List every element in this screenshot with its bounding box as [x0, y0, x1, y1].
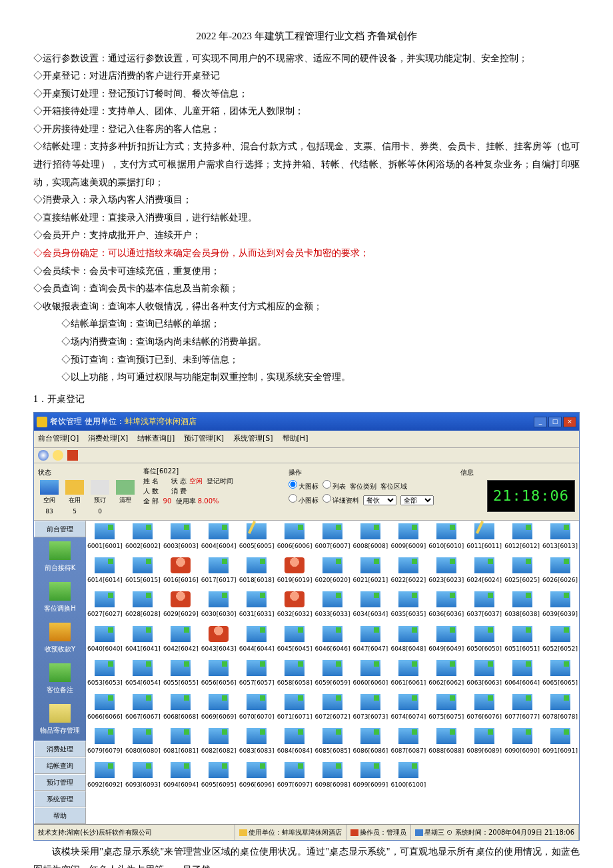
- seat-6078[interactable]: 6078[6078]: [541, 691, 579, 725]
- seat-6060[interactable]: 6060[6060]: [351, 657, 389, 691]
- sidebar-cat-system[interactable]: 系统管理: [34, 791, 86, 807]
- seat-6003[interactable]: 6003[6003]: [162, 521, 200, 555]
- seat-6094[interactable]: 6094[6094]: [162, 759, 200, 793]
- seat-6020[interactable]: 6020[6020]: [314, 555, 352, 589]
- seat-6080[interactable]: 6080[6080]: [124, 725, 162, 759]
- seat-6096[interactable]: 6096[6096]: [238, 759, 276, 793]
- seat-6012[interactable]: 6012[6012]: [503, 521, 541, 555]
- seat-6097[interactable]: 6097[6097]: [276, 759, 314, 793]
- seat-6061[interactable]: 6061[6061]: [389, 657, 427, 691]
- seat-6088[interactable]: 6088[6088]: [427, 725, 465, 759]
- seat-6084[interactable]: 6084[6084]: [276, 725, 314, 759]
- seat-6073[interactable]: 6073[6073]: [351, 691, 389, 725]
- seat-6056[interactable]: 6056[6056]: [200, 657, 238, 691]
- status-clean[interactable]: 清理: [114, 480, 137, 517]
- seat-6041[interactable]: 6041[6041]: [124, 623, 162, 657]
- seat-6083[interactable]: 6083[6083]: [238, 725, 276, 759]
- seat-6099[interactable]: 6099[6099]: [351, 759, 389, 793]
- seat-6077[interactable]: 6077[6077]: [503, 691, 541, 725]
- seat-6071[interactable]: 6071[6071]: [276, 691, 314, 725]
- menu-help[interactable]: 帮助[H]: [283, 432, 308, 446]
- status-book[interactable]: 预订0: [89, 480, 111, 517]
- seat-6092[interactable]: 6092[6092]: [86, 759, 124, 793]
- select-area[interactable]: 全部: [400, 495, 434, 505]
- seat-6100[interactable]: 6100[6100]: [389, 759, 427, 793]
- seat-6087[interactable]: 6087[6087]: [389, 725, 427, 759]
- seat-6037[interactable]: 6037[6037]: [465, 589, 503, 623]
- seat-6034[interactable]: 6034[6034]: [351, 589, 389, 623]
- seat-6059[interactable]: 6059[6059]: [314, 657, 352, 691]
- seat-6065[interactable]: 6065[6065]: [541, 657, 579, 691]
- radio-detail[interactable]: 详细资料: [322, 494, 359, 507]
- seat-6044[interactable]: 6044[6044]: [238, 623, 276, 657]
- seat-6038[interactable]: 6038[6038]: [503, 589, 541, 623]
- seat-6091[interactable]: 6091[6091]: [541, 725, 579, 759]
- seat-6049[interactable]: 6049[6049]: [427, 623, 465, 657]
- seat-6090[interactable]: 6090[6090]: [503, 725, 541, 759]
- seat-6052[interactable]: 6052[6052]: [541, 623, 579, 657]
- seat-6079[interactable]: 6079[6079]: [86, 725, 124, 759]
- seat-6032[interactable]: 6032[6032]: [276, 589, 314, 623]
- seat-6095[interactable]: 6095[6095]: [200, 759, 238, 793]
- maximize-button[interactable]: □: [548, 417, 562, 427]
- seat-6002[interactable]: 6002[6002]: [124, 521, 162, 555]
- seat-6062[interactable]: 6062[6062]: [427, 657, 465, 691]
- sidebar-item-deposit[interactable]: 收预收款Y: [34, 619, 86, 659]
- seat-6070[interactable]: 6070[6070]: [238, 691, 276, 725]
- menu-consume[interactable]: 消费处理[X]: [88, 432, 128, 446]
- seat-6011[interactable]: 6011[6011]: [465, 521, 503, 555]
- seat-6021[interactable]: 6021[6021]: [351, 555, 389, 589]
- seat-6017[interactable]: 6017[6017]: [200, 555, 238, 589]
- sidebar-item-swap[interactable]: 客位调换H: [34, 578, 86, 619]
- close-button[interactable]: ×: [563, 417, 576, 427]
- seat-6089[interactable]: 6089[6089]: [465, 725, 503, 759]
- menu-bill[interactable]: 结帐查询[J]: [137, 432, 175, 446]
- seat-6042[interactable]: 6042[6042]: [162, 623, 200, 657]
- status-free[interactable]: 空闲83: [38, 480, 61, 517]
- seat-6085[interactable]: 6085[6085]: [314, 725, 352, 759]
- seat-6067[interactable]: 6067[6067]: [124, 691, 162, 725]
- menu-front[interactable]: 前台管理[Q]: [38, 432, 79, 446]
- seat-6015[interactable]: 6015[6015]: [124, 555, 162, 589]
- seat-6035[interactable]: 6035[6035]: [389, 589, 427, 623]
- seat-6007[interactable]: 6007[6007]: [314, 521, 352, 555]
- seat-6023[interactable]: 6023[6023]: [427, 555, 465, 589]
- seat-6004[interactable]: 6004[6004]: [200, 521, 238, 555]
- seat-6075[interactable]: 6075[6075]: [427, 691, 465, 725]
- select-category[interactable]: 餐饮: [363, 495, 396, 505]
- seat-6010[interactable]: 6010[6010]: [427, 521, 465, 555]
- seat-6016[interactable]: 6016[6016]: [162, 555, 200, 589]
- seat-6039[interactable]: 6039[6039]: [541, 589, 579, 623]
- menu-reserve[interactable]: 预订管理[K]: [184, 432, 224, 446]
- seat-6005[interactable]: 6005[6005]: [238, 521, 276, 555]
- seat-6098[interactable]: 6098[6098]: [314, 759, 352, 793]
- seat-6013[interactable]: 6013[6013]: [541, 521, 579, 555]
- seat-6014[interactable]: 6014[6014]: [86, 555, 124, 589]
- seat-6045[interactable]: 6045[6045]: [276, 623, 314, 657]
- sidebar-item-reception[interactable]: 前台接待K: [34, 537, 86, 578]
- seat-6033[interactable]: 6033[6033]: [314, 589, 352, 623]
- seat-6048[interactable]: 6048[6048]: [389, 623, 427, 657]
- seat-6009[interactable]: 6009[6009]: [389, 521, 427, 555]
- seat-6008[interactable]: 6008[6008]: [351, 521, 389, 555]
- sidebar-cat-reserve[interactable]: 预订管理: [34, 774, 86, 791]
- seat-6029[interactable]: 6029[6029]: [162, 589, 200, 623]
- seat-6043[interactable]: 6043[6043]: [200, 623, 238, 657]
- sidebar-cat-bill[interactable]: 结帐查询: [34, 757, 86, 774]
- seat-6063[interactable]: 6063[6063]: [465, 657, 503, 691]
- status-use[interactable]: 在用5: [63, 480, 86, 517]
- seat-6030[interactable]: 6030[6030]: [200, 589, 238, 623]
- seat-6082[interactable]: 6082[6082]: [200, 725, 238, 759]
- seat-6019[interactable]: 6019[6019]: [276, 555, 314, 589]
- seat-6006[interactable]: 6006[6006]: [276, 521, 314, 555]
- radio-list[interactable]: 列表: [322, 480, 346, 493]
- seat-6025[interactable]: 6025[6025]: [503, 555, 541, 589]
- seat-6031[interactable]: 6031[6031]: [238, 589, 276, 623]
- seat-6069[interactable]: 6069[6069]: [200, 691, 238, 725]
- sidebar-cat-front[interactable]: 前台管理: [34, 521, 86, 537]
- seat-6072[interactable]: 6072[6072]: [314, 691, 352, 725]
- seat-6050[interactable]: 6050[6050]: [465, 623, 503, 657]
- seat-6054[interactable]: 6054[6054]: [124, 657, 162, 691]
- seat-6074[interactable]: 6074[6074]: [389, 691, 427, 725]
- seat-6018[interactable]: 6018[6018]: [238, 555, 276, 589]
